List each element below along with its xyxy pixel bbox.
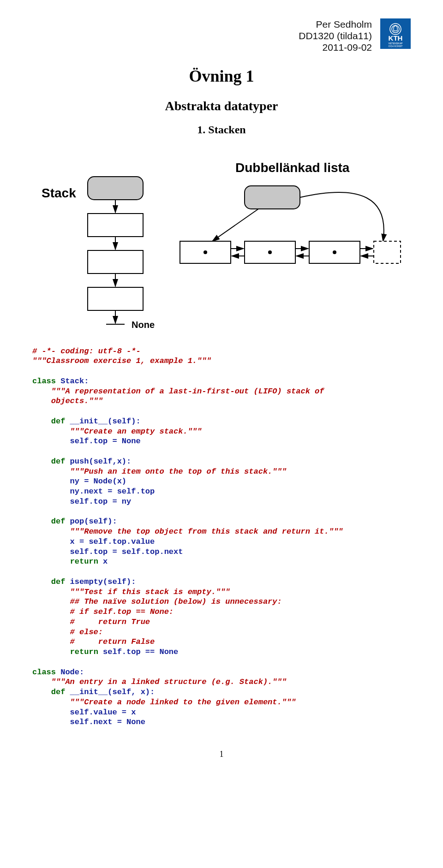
code-keyword: def bbox=[32, 517, 65, 526]
code-line: Node: bbox=[56, 668, 84, 677]
code-line: __init__(self, x): bbox=[65, 688, 155, 696]
code-line: Stack: bbox=[56, 377, 89, 386]
code-line: x = self.top.value bbox=[32, 537, 155, 546]
svg-text:KTH: KTH bbox=[389, 34, 403, 42]
svg-rect-10 bbox=[88, 250, 143, 273]
code-block: # -*- coding: utf-8 -*- """Classroom exe… bbox=[32, 346, 411, 728]
code-line: ## The naïve solution (below) is unneces… bbox=[32, 597, 282, 606]
section-heading: 1. Stacken bbox=[32, 124, 411, 136]
code-line: """Test if this stack is empty.""" bbox=[32, 588, 230, 596]
svg-rect-6 bbox=[88, 177, 143, 200]
svg-rect-20 bbox=[374, 241, 401, 263]
code-line: ny = Node(x) bbox=[32, 477, 126, 486]
code-line bbox=[32, 557, 70, 566]
stack-label: Stack bbox=[42, 186, 76, 200]
diagram-container: Stack None Dubbellänkad lista bbox=[32, 144, 411, 333]
code-line: """An entry in a linked structure (e.g. … bbox=[32, 678, 287, 686]
author-line: Per Sedholm bbox=[299, 18, 372, 30]
none-label: None bbox=[132, 320, 155, 330]
code-line: x bbox=[98, 557, 108, 566]
code-line: isempty(self): bbox=[65, 577, 136, 586]
code-keyword: return bbox=[70, 557, 98, 566]
code-keyword: class bbox=[32, 668, 56, 677]
svg-rect-15 bbox=[245, 186, 300, 209]
kth-logo: KTH VETENSKAP OCH KONST bbox=[380, 18, 411, 49]
code-line: self.value = x bbox=[32, 708, 136, 717]
document-header: Per Sedholm DD1320 (tilda11) 2011-09-02 … bbox=[32, 18, 411, 54]
date-line: 2011-09-02 bbox=[299, 42, 372, 53]
svg-rect-12 bbox=[88, 287, 143, 310]
code-line: # else: bbox=[32, 628, 103, 636]
code-line: self.top = None bbox=[32, 437, 141, 446]
code-line: """A representation of a last-in-first-o… bbox=[32, 387, 324, 396]
code-keyword: def bbox=[32, 577, 65, 586]
code-line: """Push an item onto the top of this sta… bbox=[32, 467, 287, 476]
code-line: push(self,x): bbox=[65, 457, 131, 466]
code-line: ny.next = self.top bbox=[32, 487, 155, 496]
svg-text:OCH KONST: OCH KONST bbox=[389, 45, 403, 48]
code-keyword: class bbox=[32, 377, 56, 386]
page-title: Övning 1 bbox=[32, 66, 411, 86]
code-line bbox=[32, 648, 70, 656]
svg-rect-8 bbox=[88, 214, 143, 237]
svg-line-16 bbox=[212, 209, 258, 241]
code-keyword: return bbox=[70, 648, 98, 656]
page-subtitle: Abstrakta datatyper bbox=[32, 99, 411, 113]
course-line: DD1320 (tilda11) bbox=[299, 30, 372, 42]
header-meta: Per Sedholm DD1320 (tilda11) 2011-09-02 bbox=[299, 18, 372, 54]
code-line: self.top = self.top.next bbox=[32, 547, 183, 556]
code-line: # if self.top == None: bbox=[32, 607, 174, 616]
code-line: """Create an empty stack.""" bbox=[32, 427, 202, 436]
code-line: """Create a node linked to the given ele… bbox=[32, 698, 296, 707]
page: Per Sedholm DD1320 (tilda11) 2011-09-02 … bbox=[0, 0, 443, 787]
code-line: objects.""" bbox=[32, 397, 103, 405]
code-line: self.next = None bbox=[32, 718, 145, 726]
code-line: self.top == None bbox=[98, 648, 178, 656]
code-line: # return False bbox=[32, 637, 155, 646]
code-line: pop(self): bbox=[65, 517, 117, 526]
code-line: """Classroom exercise 1, example 1.""" bbox=[32, 357, 211, 365]
stack-dll-diagram: Stack None Dubbellänkad lista bbox=[42, 144, 401, 333]
svg-point-28 bbox=[268, 250, 272, 254]
code-line: """Remove the top object from this stack… bbox=[32, 527, 343, 536]
svg-point-27 bbox=[204, 250, 207, 254]
code-line: self.top = ny bbox=[32, 497, 131, 506]
page-number: 1 bbox=[32, 749, 411, 759]
code-line: # return True bbox=[32, 618, 150, 626]
dll-label: Dubbellänkad lista bbox=[235, 161, 350, 175]
code-line: __init__(self): bbox=[65, 417, 140, 426]
svg-point-29 bbox=[333, 250, 336, 254]
code-keyword: def bbox=[32, 457, 65, 466]
code-line: # -*- coding: utf-8 -*- bbox=[32, 347, 141, 356]
code-keyword: def bbox=[32, 417, 65, 426]
code-keyword: def bbox=[32, 688, 65, 696]
